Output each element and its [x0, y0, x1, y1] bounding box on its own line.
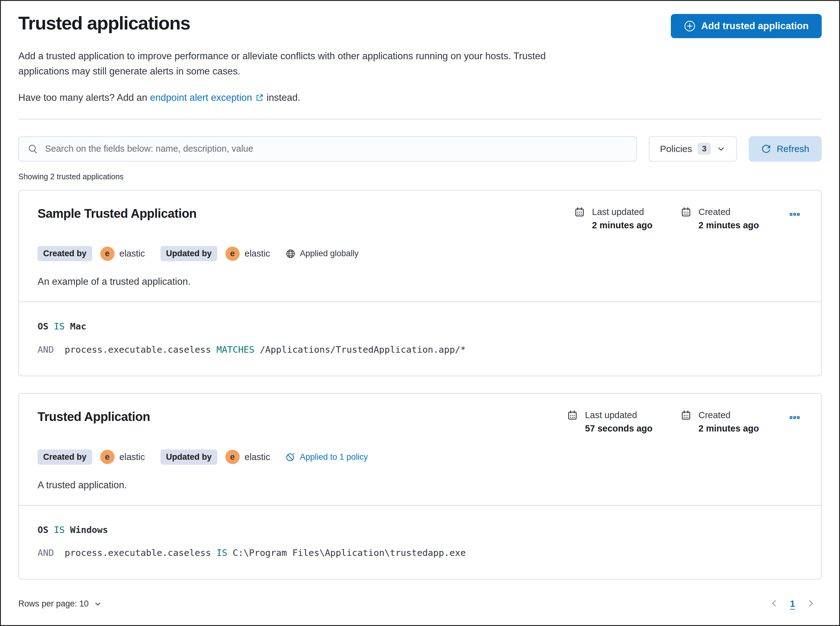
trusted-applications-page: Trusted applications Add trusted applica…: [0, 0, 840, 626]
alerts-prompt: Have too many alerts? Add an endpoint al…: [18, 92, 822, 103]
updated-by-badge: Updated by: [160, 246, 217, 261]
card-meta: Last updated 57 seconds ago: [567, 409, 759, 436]
trusted-app-card: Trusted Application: [18, 393, 822, 579]
condition-line: OS IS Mac: [38, 321, 802, 332]
chevron-down-icon: [716, 144, 726, 153]
add-trusted-application-label: Add trusted application: [701, 20, 809, 32]
created-by-user: e elastic: [100, 450, 145, 464]
last-updated-block: Last updated 2 minutes ago: [574, 206, 653, 233]
scope-label: Applied globally: [300, 249, 358, 258]
list-footer: Rows per page: 10 1: [18, 597, 822, 623]
last-updated-value: 57 seconds ago: [585, 421, 653, 435]
refresh-label: Refresh: [777, 144, 809, 154]
calendar-icon: [680, 206, 692, 233]
endpoint-alert-exception-link[interactable]: endpoint alert exception: [150, 92, 264, 103]
plus-circle-icon: [684, 20, 696, 32]
search-box[interactable]: [18, 136, 637, 162]
trusted-app-card: Sample Trusted Application: [18, 190, 822, 376]
created-by-badge: Created by: [38, 246, 92, 261]
rows-per-page-label: Rows per page: 10: [18, 599, 89, 609]
calendar-icon: [680, 409, 692, 436]
add-trusted-application-button[interactable]: Add trusted application: [671, 14, 822, 38]
card-title: Trusted Application: [38, 409, 567, 424]
condition-line: OS IS Windows: [38, 524, 802, 535]
last-updated-label: Last updated: [592, 206, 653, 218]
card-actions-menu-button[interactable]: [787, 207, 802, 223]
chevron-down-icon: [94, 600, 102, 608]
card-badge-row: Created by e elastic Updated by e elasti…: [38, 246, 802, 261]
pagination: 1: [768, 597, 817, 611]
created-block: Created 2 minutes ago: [680, 409, 759, 436]
calendar-icon: [574, 206, 585, 233]
scope-indicator: Applied globally: [286, 249, 358, 259]
updated-by-user: e elastic: [225, 450, 270, 464]
avatar: e: [225, 247, 240, 261]
results-summary: Showing 2 trusted applications: [18, 172, 822, 181]
created-label: Created: [699, 206, 759, 218]
card-conditions: OS IS Mac AND process.executable.caseles…: [19, 302, 821, 376]
alerts-prompt-suffix: instead.: [264, 92, 300, 103]
chevron-left-icon: [769, 599, 779, 608]
avatar: e: [100, 450, 115, 464]
last-updated-value: 2 minutes ago: [592, 218, 653, 232]
card-top-section: Trusted Application: [19, 394, 821, 505]
last-updated-block: Last updated 57 seconds ago: [567, 409, 653, 436]
chevron-right-icon: [806, 599, 815, 608]
card-actions-menu-button[interactable]: [787, 410, 802, 426]
card-description: A trusted application.: [38, 480, 802, 491]
next-page-button[interactable]: [804, 597, 817, 611]
applied-policies-link[interactable]: Applied to 1 policy: [286, 452, 368, 462]
updated-by-user: e elastic: [225, 247, 270, 261]
created-value: 2 minutes ago: [699, 421, 759, 435]
search-icon: [28, 144, 38, 154]
page-title: Trusted applications: [18, 12, 190, 34]
created-label: Created: [699, 409, 759, 421]
created-value: 2 minutes ago: [699, 218, 759, 232]
card-conditions: OS IS Windows AND process.executable.cas…: [19, 505, 821, 579]
policies-label: Policies: [660, 144, 692, 154]
policies-count-badge: 3: [697, 143, 711, 155]
section-divider: [18, 119, 822, 119]
card-description: An example of a trusted application.: [38, 276, 802, 287]
page-header: Trusted applications Add trusted applica…: [18, 12, 822, 38]
created-by-badge: Created by: [38, 449, 92, 465]
page-description: Add a trusted application to improve per…: [18, 49, 599, 79]
alerts-prompt-prefix: Have too many alerts? Add an: [18, 92, 150, 103]
avatar: e: [225, 450, 240, 464]
calendar-icon: [567, 409, 578, 436]
card-title: Sample Trusted Application: [38, 206, 574, 221]
refresh-button[interactable]: Refresh: [749, 136, 822, 162]
condition-line: AND process.executable.caseless MATCHES …: [38, 344, 802, 355]
updated-by-badge: Updated by: [160, 449, 217, 465]
boxes-horizontal-icon: [790, 209, 800, 220]
search-input[interactable]: [45, 144, 628, 154]
policies-filter-button[interactable]: Policies 3: [649, 136, 737, 162]
partial-policy-icon: [286, 452, 295, 462]
refresh-icon: [761, 144, 771, 154]
created-block: Created 2 minutes ago: [680, 206, 759, 233]
boxes-horizontal-icon: [790, 412, 800, 423]
avatar: e: [100, 247, 115, 261]
scope-label: Applied to 1 policy: [300, 452, 368, 462]
card-top-section: Sample Trusted Application: [19, 191, 821, 302]
globe-icon: [286, 249, 295, 259]
last-updated-label: Last updated: [585, 409, 653, 421]
card-badge-row: Created by e elastic Updated by e elasti…: [38, 449, 802, 465]
created-by-user: e elastic: [100, 247, 145, 261]
rows-per-page-button[interactable]: Rows per page: 10: [18, 599, 102, 609]
page-number-button[interactable]: 1: [790, 599, 795, 609]
toolbar: Policies 3 Refresh: [18, 136, 822, 162]
previous-page-button[interactable]: [768, 597, 781, 611]
card-meta: Last updated 2 minutes ago: [574, 206, 759, 233]
external-link-icon: [255, 93, 264, 102]
condition-line: AND process.executable.caseless IS C:\Pr…: [38, 547, 802, 559]
